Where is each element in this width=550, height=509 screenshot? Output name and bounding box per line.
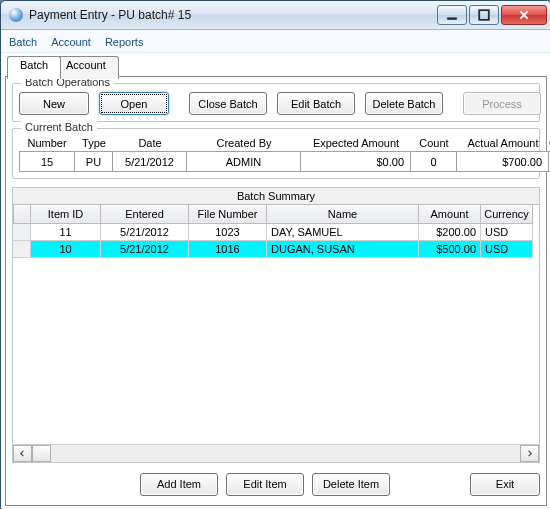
svg-rect-1 — [479, 10, 489, 20]
titlebar: Payment Entry - PU batch# 15 — [1, 1, 550, 30]
cell-amount: $200.00 — [419, 224, 481, 241]
footer-buttons: Add Item Edit Item Delete Item Exit — [12, 463, 540, 499]
row-header — [13, 224, 31, 241]
scroll-thumb[interactable] — [32, 445, 51, 462]
delete-item-button[interactable]: Delete Item — [312, 473, 390, 496]
label-number: Number — [19, 137, 75, 151]
col-amount[interactable]: Amount — [419, 205, 481, 224]
cell-entered: 5/21/2012 — [101, 224, 189, 241]
value-actual: $700.00 — [457, 151, 549, 172]
col-currency[interactable]: Currency — [481, 205, 533, 224]
tab-account[interactable]: Account — [53, 56, 119, 79]
cell-name: DUGAN, SUSAN — [267, 241, 419, 258]
group-current-batch: Current Batch Number Type Date Created B… — [12, 128, 540, 179]
col-rowselect[interactable] — [13, 205, 31, 224]
label-actual: Actual Amount — [457, 137, 549, 151]
label-expected: Expected Amount — [301, 137, 411, 151]
new-button[interactable]: New — [19, 92, 89, 115]
process-button: Process — [463, 92, 541, 115]
cell-file-no: 1023 — [189, 224, 267, 241]
table-row[interactable]: 105/21/20121016DUGAN, SUSAN$500.00USD — [13, 241, 539, 258]
col-item-id[interactable]: Item ID — [31, 205, 101, 224]
cell-item-id: 10 — [31, 241, 101, 258]
close-button[interactable] — [501, 5, 547, 25]
menu-account[interactable]: Account — [51, 36, 91, 48]
value-number: 15 — [19, 151, 75, 172]
open-button[interactable]: Open — [99, 92, 169, 115]
app-icon — [9, 8, 23, 22]
col-file-no[interactable]: File Number — [189, 205, 267, 224]
add-item-button[interactable]: Add Item — [140, 473, 218, 496]
cell-currency: USD — [481, 241, 533, 258]
current-batch-grid: Number Type Date Created By Expected Amo… — [19, 137, 533, 172]
menu-batch[interactable]: Batch — [9, 36, 37, 48]
tab-content: Batch Operations New Open Close Batch Ed… — [5, 77, 547, 506]
row-header — [13, 241, 31, 258]
edit-batch-button[interactable]: Edit Batch — [277, 92, 355, 115]
scroll-track[interactable] — [51, 446, 520, 461]
summary-body: 115/21/20121023DAY, SAMUEL$200.00USD105/… — [13, 224, 539, 444]
svg-rect-0 — [447, 17, 457, 19]
group-batch-operations: Batch Operations New Open Close Batch Ed… — [12, 83, 540, 122]
menu-reports[interactable]: Reports — [105, 36, 144, 48]
value-expected: $0.00 — [301, 151, 411, 172]
tabstrip: Batch Account — [5, 55, 547, 77]
cell-entered: 5/21/2012 — [101, 241, 189, 258]
horizontal-scrollbar[interactable] — [13, 444, 539, 462]
cell-currency: USD — [481, 224, 533, 241]
label-type: Type — [75, 137, 113, 151]
value-count1: 0 — [411, 151, 457, 172]
window-controls — [435, 5, 547, 25]
summary-header-row: Item ID Entered File Number Name Amount … — [13, 205, 539, 224]
cell-name: DAY, SAMUEL — [267, 224, 419, 241]
col-entered[interactable]: Entered — [101, 205, 189, 224]
cell-amount: $500.00 — [419, 241, 481, 258]
batch-summary-title: Batch Summary — [13, 188, 539, 205]
table-row[interactable]: 115/21/20121023DAY, SAMUEL$200.00USD — [13, 224, 539, 241]
value-created-by: ADMIN — [187, 151, 301, 172]
group-title-current-batch: Current Batch — [21, 121, 97, 133]
col-name[interactable]: Name — [267, 205, 419, 224]
app-window: Payment Entry - PU batch# 15 Batch Accou… — [0, 0, 550, 509]
label-count1: Count — [411, 137, 457, 151]
delete-batch-button[interactable]: Delete Batch — [365, 92, 443, 115]
tab-active-underline — [8, 76, 53, 77]
maximize-button[interactable] — [469, 5, 499, 25]
value-date: 5/21/2012 — [113, 151, 187, 172]
edit-item-button[interactable]: Edit Item — [226, 473, 304, 496]
scroll-left-button[interactable] — [13, 445, 32, 462]
exit-button[interactable]: Exit — [470, 473, 540, 496]
menubar: Batch Account Reports — [1, 30, 550, 53]
cell-file-no: 1016 — [189, 241, 267, 258]
minimize-button[interactable] — [437, 5, 467, 25]
value-type: PU — [75, 151, 113, 172]
cell-item-id: 11 — [31, 224, 101, 241]
window-title: Payment Entry - PU batch# 15 — [29, 8, 435, 22]
label-created-by: Created By — [187, 137, 301, 151]
batch-ops-buttons: New Open Close Batch Edit Batch Delete B… — [19, 92, 533, 115]
label-date: Date — [113, 137, 187, 151]
close-batch-button[interactable]: Close Batch — [189, 92, 267, 115]
scroll-right-button[interactable] — [520, 445, 539, 462]
batch-summary: Batch Summary Item ID Entered File Numbe… — [12, 187, 540, 463]
